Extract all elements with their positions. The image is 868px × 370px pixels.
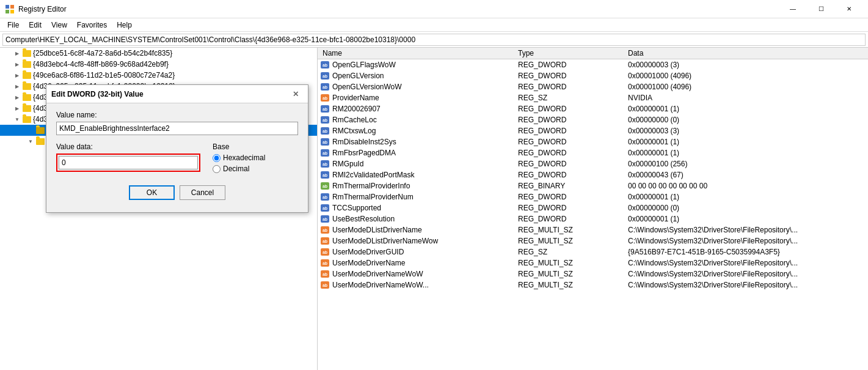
table-row[interactable]: ab UserModeDriverNameWoW... REG_MULTI_SZ… xyxy=(318,279,868,290)
col-name-header: Name xyxy=(318,49,513,57)
dialog-close-button[interactable]: ✕ xyxy=(288,87,303,102)
right-panel: Name Type Data ab OpenGLFlagsWoW REG_DWO… xyxy=(318,48,868,370)
table-row[interactable]: ab OpenGLVersionWoW REG_DWORD 0x00001000… xyxy=(318,81,868,92)
row-data: NVIDIA xyxy=(623,94,868,102)
row-name: ab OpenGLVersion xyxy=(318,71,513,81)
row-data: 0x00000043 (67) xyxy=(623,171,868,179)
close-button[interactable]: ✕ xyxy=(835,0,863,18)
row-data: C:\Windows\System32\DriverStore\FileRepo… xyxy=(623,226,868,234)
row-data: {9A516B97-E7C1-451B-9165-C5035994A3F5} xyxy=(623,248,868,256)
table-row[interactable]: ab UserModeDListDriverNameWow REG_MULTI_… xyxy=(318,235,868,246)
address-input[interactable] xyxy=(2,34,866,46)
reg-type-icon: ab xyxy=(320,247,330,257)
table-row[interactable]: ab RmThermalProviderInfo REG_BINARY 00 0… xyxy=(318,180,868,191)
row-name: ab RmThermalProviderInfo xyxy=(318,181,513,191)
row-data: 0x00000001 (1) xyxy=(623,105,868,113)
table-row[interactable]: ab TCCSupported REG_DWORD 0x00000000 (0) xyxy=(318,202,868,213)
reg-type-icon: ab xyxy=(320,104,330,114)
table-row[interactable]: ab RM200026907 REG_DWORD 0x00000001 (1) xyxy=(318,103,868,114)
row-name: ab RM200026907 xyxy=(318,104,513,114)
decimal-radio[interactable] xyxy=(213,165,221,173)
table-row[interactable]: ab RMCtxswLog REG_DWORD 0x00000003 (3) xyxy=(318,125,868,136)
row-name: ab UserModeDListDriverNameWow xyxy=(318,236,513,246)
table-row[interactable]: ab RmFbsrPagedDMA REG_DWORD 0x00000001 (… xyxy=(318,147,868,158)
row-name: ab RmThermalProviderNum xyxy=(318,192,513,202)
menu-edit[interactable]: Edit xyxy=(24,20,46,31)
hexadecimal-radio[interactable] xyxy=(213,154,221,162)
row-data: 0x00000100 (256) xyxy=(623,160,868,168)
reg-type-icon: ab xyxy=(320,258,330,268)
reg-type-icon: ab xyxy=(320,137,330,147)
reg-type-icon: ab xyxy=(320,82,330,92)
row-type: REG_DWORD xyxy=(513,160,623,168)
value-data-input[interactable] xyxy=(59,156,198,169)
base-label: Base xyxy=(213,142,298,151)
decimal-label: Decimal xyxy=(223,165,249,173)
dialog-body: Value name: Value data: Base xyxy=(46,103,308,212)
row-type: REG_DWORD xyxy=(513,116,623,124)
app-icon xyxy=(5,4,15,14)
table-row[interactable]: ab OpenGLFlagsWoW REG_DWORD 0x00000003 (… xyxy=(318,59,868,70)
table-row[interactable]: ab RmDisableInst2Sys REG_DWORD 0x0000000… xyxy=(318,136,868,147)
row-name: ab RMI2cValidatedPortMask xyxy=(318,170,513,180)
svg-rect-2 xyxy=(5,10,9,13)
table-body: ab OpenGLFlagsWoW REG_DWORD 0x00000003 (… xyxy=(318,59,868,370)
row-data: 0x00000003 (3) xyxy=(623,61,868,69)
maximize-button[interactable]: ☐ xyxy=(807,0,835,18)
reg-type-icon: ab xyxy=(320,236,330,246)
minimize-button[interactable]: — xyxy=(779,0,807,18)
reg-type-icon: ab xyxy=(320,192,330,202)
table-header: Name Type Data xyxy=(318,48,868,59)
table-row[interactable]: ab UserModeDriverNameWoW REG_MULTI_SZ C:… xyxy=(318,268,868,279)
row-name: ab TCCSupported xyxy=(318,203,513,213)
row-name: ab OpenGLVersionWoW xyxy=(318,82,513,92)
row-data: 0x00000003 (3) xyxy=(623,127,868,135)
tree-panel: ▶ {25dbce51-6c8f-4a72-8a6d-b54c2b4fc835}… xyxy=(0,48,318,370)
main-content: ▶ {25dbce51-6c8f-4a72-8a6d-b54c2b4fc835}… xyxy=(0,48,868,370)
row-type: REG_DWORD xyxy=(513,215,623,223)
row-type: REG_DWORD xyxy=(513,171,623,179)
table-row[interactable]: ab RMI2cValidatedPortMask REG_DWORD 0x00… xyxy=(318,169,868,180)
value-data-box xyxy=(56,154,200,172)
row-type: REG_DWORD xyxy=(513,204,623,212)
cancel-button[interactable]: Cancel xyxy=(180,185,225,200)
ok-button[interactable]: OK xyxy=(129,185,175,200)
value-name-input[interactable] xyxy=(56,122,298,135)
row-data: 0x00001000 (4096) xyxy=(623,83,868,91)
table-row[interactable]: ab UseBestResolution REG_DWORD 0x0000000… xyxy=(318,213,868,224)
row-type: REG_SZ xyxy=(513,94,623,102)
reg-type-icon: ab xyxy=(320,93,330,103)
row-data: C:\Windows\System32\DriverStore\FileRepo… xyxy=(623,270,868,278)
menu-view[interactable]: View xyxy=(46,20,72,31)
row-name: ab UseBestResolution xyxy=(318,214,513,224)
menu-file[interactable]: File xyxy=(2,20,24,31)
row-name: ab UserModeDriverGUID xyxy=(318,247,513,257)
reg-type-icon: ab xyxy=(320,203,330,213)
table-row[interactable]: ab UserModeDriverGUID REG_SZ {9A516B97-E… xyxy=(318,246,868,257)
row-type: REG_DWORD xyxy=(513,83,623,91)
menu-help[interactable]: Help xyxy=(112,20,137,31)
reg-type-icon: ab xyxy=(320,181,330,191)
row-name: ab UserModeDriverNameWoW... xyxy=(318,280,513,290)
row-name: ab UserModeDriverName xyxy=(318,258,513,268)
table-row[interactable]: ab UserModeDriverName REG_MULTI_SZ C:\Wi… xyxy=(318,257,868,268)
row-data: 00 00 00 00 00 00 00 00 xyxy=(623,182,868,190)
value-data-label: Value data: xyxy=(56,142,200,151)
table-row[interactable]: ab UserModeDListDriverName REG_MULTI_SZ … xyxy=(318,224,868,235)
reg-type-icon: ab xyxy=(320,280,330,290)
row-data: C:\Windows\System32\DriverStore\FileRepo… xyxy=(623,281,868,289)
table-row[interactable]: ab RmThermalProviderNum REG_DWORD 0x0000… xyxy=(318,191,868,202)
row-type: REG_DWORD xyxy=(513,61,623,69)
reg-type-icon: ab xyxy=(320,71,330,81)
row-name: ab RmCacheLoc xyxy=(318,115,513,125)
table-row[interactable]: ab ProviderName REG_SZ NVIDIA xyxy=(318,92,868,103)
row-name: ab RmFbsrPagedDMA xyxy=(318,148,513,158)
row-name: ab ProviderName xyxy=(318,93,513,103)
table-row[interactable]: ab RmCacheLoc REG_DWORD 0x00000000 (0) xyxy=(318,114,868,125)
menu-favorites[interactable]: Favorites xyxy=(72,20,112,31)
table-row[interactable]: ab OpenGLVersion REG_DWORD 0x00001000 (4… xyxy=(318,70,868,81)
address-bar xyxy=(0,32,868,48)
row-type: REG_DWORD xyxy=(513,127,623,135)
row-name: ab RMCtxswLog xyxy=(318,126,513,136)
table-row[interactable]: ab RMGpuId REG_DWORD 0x00000100 (256) xyxy=(318,158,868,169)
